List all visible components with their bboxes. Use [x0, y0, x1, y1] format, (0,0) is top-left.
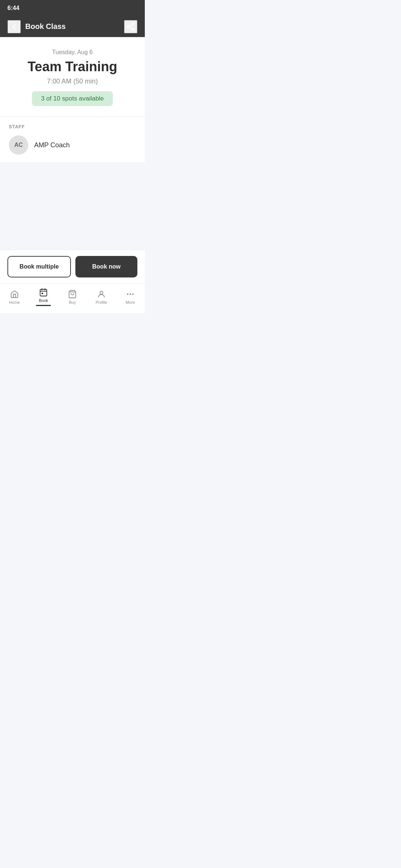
svg-rect-5 [40, 289, 47, 296]
nav-item-more[interactable]: More [118, 288, 142, 306]
book-now-button[interactable]: Book now [75, 256, 137, 277]
spots-available-badge: 3 of 10 spots available [32, 91, 113, 106]
svg-point-1 [127, 26, 130, 28]
nav-bar: Book Class [0, 16, 145, 37]
svg-point-10 [132, 293, 134, 295]
staff-name: AMP Coach [34, 141, 70, 149]
svg-line-4 [130, 24, 132, 26]
svg-line-3 [130, 27, 132, 29]
nav-item-buy[interactable]: Buy [61, 288, 84, 306]
status-bar: 6:44 [0, 0, 145, 16]
nav-item-book[interactable]: Book [32, 286, 55, 308]
main-content: Tuesday, Aug 6 Team Training 7:00 AM (50… [0, 37, 145, 283]
home-icon [10, 290, 19, 299]
class-time: 7:00 AM (50 min) [9, 78, 136, 85]
svg-point-8 [127, 293, 128, 295]
staff-section: STAFF AC AMP Coach [0, 117, 145, 162]
class-info-section: Tuesday, Aug 6 Team Training 7:00 AM (50… [0, 37, 145, 117]
svg-rect-6 [42, 293, 43, 294]
action-buttons: Book multiple Book now [0, 250, 145, 283]
svg-point-0 [132, 23, 134, 25]
buy-label: Buy [69, 300, 76, 305]
svg-point-9 [130, 293, 131, 295]
nav-item-home[interactable]: Home [3, 288, 26, 306]
profile-label: Profile [95, 300, 107, 305]
svg-point-7 [100, 291, 103, 294]
profile-icon [97, 290, 106, 299]
more-label: More [125, 300, 135, 305]
content-spacer [0, 162, 145, 250]
buy-icon [68, 290, 77, 299]
svg-point-2 [132, 28, 134, 30]
more-icon [126, 290, 135, 299]
class-name: Team Training [9, 59, 136, 75]
home-label: Home [9, 300, 20, 305]
bottom-nav: Home Book Buy [0, 283, 145, 313]
nav-item-profile[interactable]: Profile [89, 288, 113, 306]
book-multiple-button[interactable]: Book multiple [7, 256, 71, 277]
status-time: 6:44 [7, 5, 19, 11]
staff-avatar: AC [9, 135, 28, 155]
staff-label: STAFF [9, 124, 136, 129]
staff-item: AC AMP Coach [9, 135, 136, 155]
nav-title: Book Class [25, 22, 66, 31]
book-icon [39, 288, 48, 297]
share-button[interactable] [124, 20, 137, 33]
class-date: Tuesday, Aug 6 [9, 49, 136, 56]
book-label: Book [39, 298, 48, 303]
back-button[interactable] [7, 20, 21, 33]
book-active-indicator [36, 305, 51, 306]
